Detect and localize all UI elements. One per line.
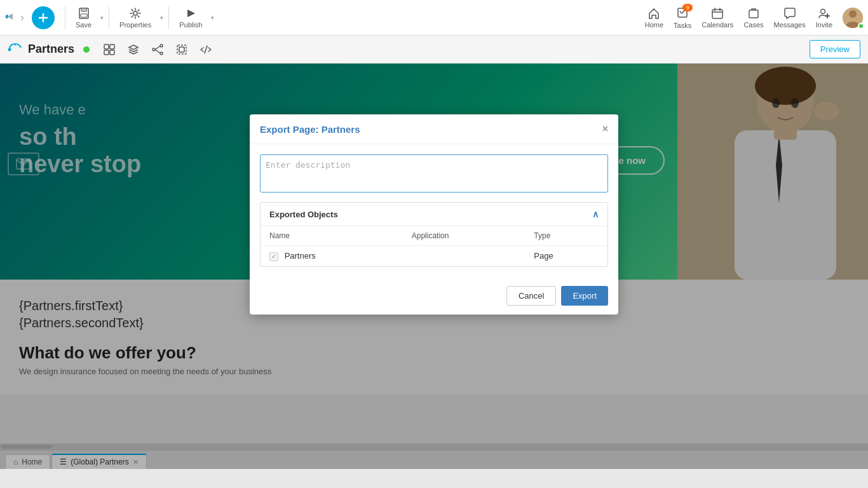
tasks-label: Tasks xyxy=(674,22,691,29)
toolbar-right: Home 9 Tasks Calendars xyxy=(645,6,863,29)
properties-dropdown-arrow[interactable]: ▾ xyxy=(160,15,163,21)
svg-rect-3 xyxy=(81,8,86,11)
svg-rect-9 xyxy=(749,10,758,18)
properties-label: Properties xyxy=(119,21,151,29)
svg-point-20 xyxy=(160,44,163,47)
export-modal: Export Page: Partners × Exported Objects… xyxy=(250,114,618,315)
calendars-label: Calendars xyxy=(702,21,733,29)
publish-label: Publish xyxy=(179,21,202,29)
svg-point-5 xyxy=(133,11,137,15)
modal-close-button[interactable]: × xyxy=(602,123,608,135)
svg-point-10 xyxy=(820,9,825,13)
description-input[interactable] xyxy=(260,154,608,193)
nav-home[interactable]: Home xyxy=(645,7,663,29)
publish-button[interactable]: Publish xyxy=(174,4,207,31)
exported-objects-label: Exported Objects xyxy=(269,210,338,219)
collapse-icon[interactable]: ∧ xyxy=(592,209,599,219)
add-button[interactable] xyxy=(32,6,55,29)
nav-tasks[interactable]: 9 Tasks xyxy=(674,6,691,29)
modal-header: Export Page: Partners × xyxy=(250,114,618,144)
row-application-cell xyxy=(403,246,526,266)
properties-button[interactable]: Properties xyxy=(114,4,156,31)
svg-rect-15 xyxy=(104,44,109,49)
exported-objects-header: Exported Objects ∧ xyxy=(261,203,607,226)
top-toolbar: › Save ▾ Properties ▾ xyxy=(0,0,868,36)
back-arrow-icon[interactable] xyxy=(5,11,15,24)
svg-rect-17 xyxy=(104,50,109,55)
cancel-button[interactable]: Cancel xyxy=(506,286,556,306)
table-header-row: Name Application Type xyxy=(261,226,607,246)
publish-dropdown-arrow[interactable]: ▾ xyxy=(211,15,214,21)
toolbar-left: › Save ▾ Properties ▾ xyxy=(5,4,214,31)
grid-view-button[interactable] xyxy=(100,40,119,59)
code-button[interactable] xyxy=(196,40,215,59)
toolbar-separator-3 xyxy=(168,6,169,29)
svg-point-12 xyxy=(849,10,857,18)
svg-point-19 xyxy=(153,48,155,51)
export-button[interactable]: Export xyxy=(561,286,608,306)
svg-rect-22 xyxy=(177,45,186,54)
svg-rect-16 xyxy=(110,44,114,49)
nav-messages[interactable]: Messages xyxy=(774,7,806,29)
save-dropdown-arrow[interactable]: ▾ xyxy=(100,15,104,21)
app-logo-icon xyxy=(8,42,23,57)
nav-invite[interactable]: Invite xyxy=(816,7,832,29)
row-type-cell: Page xyxy=(525,246,607,266)
messages-label: Messages xyxy=(774,21,806,29)
svg-rect-4 xyxy=(81,14,87,17)
preview-button[interactable]: Preview xyxy=(810,40,860,58)
page-editor-toolbar: Partners xyxy=(0,36,868,64)
modal-body: Exported Objects ∧ Name Application Type xyxy=(250,144,618,277)
row-checkbox[interactable]: ✓ xyxy=(269,252,278,261)
svg-rect-18 xyxy=(110,50,114,55)
exported-objects-section: Exported Objects ∧ Name Application Type xyxy=(260,202,608,267)
col-name-header: Name xyxy=(261,226,403,246)
exported-objects-table: Name Application Type ✓ Partners xyxy=(261,226,607,266)
crop-button[interactable] xyxy=(172,40,191,59)
cases-label: Cases xyxy=(743,21,763,29)
online-status-dot xyxy=(858,23,864,29)
col-application-header: Application xyxy=(403,226,526,246)
layers-button[interactable] xyxy=(124,40,143,59)
page-title: Partners xyxy=(28,43,74,56)
nav-back-icon[interactable]: › xyxy=(20,11,24,24)
page-status-dot xyxy=(83,46,90,53)
svg-point-21 xyxy=(160,52,163,55)
svg-point-14 xyxy=(8,48,11,51)
save-label: Save xyxy=(76,21,92,29)
col-type-header: Type xyxy=(525,226,607,246)
svg-rect-8 xyxy=(712,10,722,18)
invite-label: Invite xyxy=(816,21,832,29)
nav-cases[interactable]: Cases xyxy=(743,7,763,29)
table-row: ✓ Partners Page xyxy=(261,246,607,266)
row-name-cell: ✓ Partners xyxy=(261,246,403,266)
row-name-value: Partners xyxy=(285,251,316,261)
modal-title: Export Page: Partners xyxy=(260,124,360,135)
home-label: Home xyxy=(645,21,663,29)
svg-marker-6 xyxy=(187,10,195,17)
save-button[interactable]: Save xyxy=(71,4,97,31)
svg-rect-23 xyxy=(179,47,184,52)
toolbar-separator-2 xyxy=(109,6,109,29)
toolbar-separator-1 xyxy=(65,6,65,29)
user-avatar-container[interactable] xyxy=(843,8,863,28)
nav-calendars[interactable]: Calendars xyxy=(702,7,733,29)
tasks-badge: 9 xyxy=(682,4,693,11)
modal-footer: Cancel Export xyxy=(250,277,618,315)
page-content-area: We have e so th never stop Quote now xyxy=(0,64,868,469)
connections-button[interactable] xyxy=(148,40,167,59)
modal-overlay: Export Page: Partners × Exported Objects… xyxy=(0,64,868,469)
